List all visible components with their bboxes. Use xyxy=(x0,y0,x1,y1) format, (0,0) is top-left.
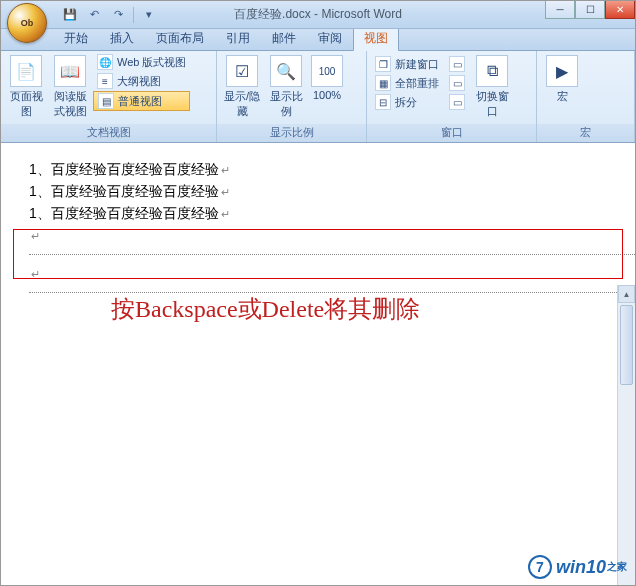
showhide-label: 显示/隐藏 xyxy=(223,89,261,119)
outline-icon: ≡ xyxy=(97,73,113,89)
switch-window-button[interactable]: ⧉ 切换窗口 xyxy=(471,53,513,121)
undo-icon[interactable]: ↶ xyxy=(85,6,103,24)
opt2-button[interactable]: ▭ xyxy=(445,74,469,92)
watermark: 7 win10 之家 xyxy=(528,555,627,579)
opt1-icon: ▭ xyxy=(449,56,465,72)
qat-more-icon[interactable]: ▾ xyxy=(140,6,158,24)
document-area[interactable]: 1、百度经验百度经验百度经验 1、百度经验百度经验百度经验 1、百度经验百度经验… xyxy=(1,143,635,585)
tab-references[interactable]: 引用 xyxy=(215,26,261,50)
window-title: 百度经验.docx - Microsoft Word xyxy=(234,6,402,23)
split-icon: ⊟ xyxy=(375,94,391,110)
tab-layout[interactable]: 页面布局 xyxy=(145,26,215,50)
opt2-icon: ▭ xyxy=(449,75,465,91)
text-line-2: 1、百度经验百度经验百度经验 xyxy=(29,181,635,202)
new-window-button[interactable]: ❐新建窗口 xyxy=(371,55,443,73)
group-zoom: ☑ 显示/隐藏 🔍 显示比例 100 100% 显示比例 xyxy=(217,51,367,142)
macros-button[interactable]: ▶ 宏 xyxy=(541,53,583,106)
title-bar: Ob 💾 ↶ ↷ ▾ 百度经验.docx - Microsoft Word ─ … xyxy=(1,1,635,29)
watermark-sub: 之家 xyxy=(607,560,627,574)
group-label-window: 窗口 xyxy=(367,124,536,142)
tab-view[interactable]: 视图 xyxy=(353,26,399,51)
reading-layout-label: 阅读版式视图 xyxy=(51,89,89,119)
opt3-icon: ▭ xyxy=(449,94,465,110)
group-label-zoom: 显示比例 xyxy=(217,124,366,142)
office-button[interactable]: Ob xyxy=(7,3,47,43)
tab-mailings[interactable]: 邮件 xyxy=(261,26,307,50)
tab-home[interactable]: 开始 xyxy=(53,26,99,50)
close-button[interactable]: ✕ xyxy=(605,1,635,19)
outline-label: 大纲视图 xyxy=(117,74,161,89)
zoom-button[interactable]: 🔍 显示比例 xyxy=(265,53,307,121)
opt1-button[interactable]: ▭ xyxy=(445,55,469,73)
tab-review[interactable]: 审阅 xyxy=(307,26,353,50)
minimize-button[interactable]: ─ xyxy=(545,1,575,19)
switch-label: 切换窗口 xyxy=(473,89,511,119)
scroll-thumb[interactable] xyxy=(620,305,633,385)
ribbon: 📄 页面视图 📖 阅读版式视图 🌐Web 版式视图 ≡大纲视图 ▤普通视图 文档… xyxy=(1,51,635,143)
print-layout-icon: 📄 xyxy=(10,55,42,87)
outline-button[interactable]: ≡大纲视图 xyxy=(93,72,190,90)
text-line-1: 1、百度经验百度经验百度经验 xyxy=(29,159,635,180)
watermark-main: win10 xyxy=(556,557,606,578)
normal-label: 普通视图 xyxy=(118,94,162,109)
watermark-icon: 7 xyxy=(528,555,552,579)
tab-insert[interactable]: 插入 xyxy=(99,26,145,50)
reading-layout-icon: 📖 xyxy=(54,55,86,87)
zoom-icon: 🔍 xyxy=(270,55,302,87)
group-window: ❐新建窗口 ▦全部重排 ⊟拆分 ▭ ▭ ▭ ⧉ 切换窗口 窗口 xyxy=(367,51,537,142)
web-layout-button[interactable]: 🌐Web 版式视图 xyxy=(93,53,190,71)
web-icon: 🌐 xyxy=(97,54,113,70)
window-controls: ─ ☐ ✕ xyxy=(545,1,635,19)
macros-label: 宏 xyxy=(557,89,568,104)
switch-icon: ⧉ xyxy=(476,55,508,87)
reading-layout-button[interactable]: 📖 阅读版式视图 xyxy=(49,53,91,121)
vertical-scrollbar[interactable]: ▲ xyxy=(617,285,635,585)
redo-icon[interactable]: ↷ xyxy=(109,6,127,24)
print-layout-button[interactable]: 📄 页面视图 xyxy=(5,53,47,121)
split-label: 拆分 xyxy=(395,95,417,110)
showhide-button[interactable]: ☑ 显示/隐藏 xyxy=(221,53,263,121)
maximize-button[interactable]: ☐ xyxy=(575,1,605,19)
normal-icon: ▤ xyxy=(98,93,114,109)
qat-separator xyxy=(133,7,134,23)
newwin-icon: ❐ xyxy=(375,56,391,72)
ribbon-tabs: 开始 插入 页面布局 引用 邮件 审阅 视图 xyxy=(1,29,635,51)
arrange-icon: ▦ xyxy=(375,75,391,91)
instruction-text: 按Backspace或Delete将其删除 xyxy=(111,293,420,325)
arrange-all-button[interactable]: ▦全部重排 xyxy=(371,74,443,92)
group-label-views: 文档视图 xyxy=(1,124,216,142)
hundred-icon: 100 xyxy=(311,55,343,87)
text-line-3: 1、百度经验百度经验百度经验 xyxy=(29,203,635,224)
group-label-macros: 宏 xyxy=(537,124,634,142)
showhide-icon: ☑ xyxy=(226,55,258,87)
red-highlight-box xyxy=(13,229,623,279)
opt3-button[interactable]: ▭ xyxy=(445,93,469,111)
hundred-button[interactable]: 100 100% xyxy=(309,53,345,103)
macros-icon: ▶ xyxy=(546,55,578,87)
group-macros: ▶ 宏 宏 xyxy=(537,51,635,142)
split-button[interactable]: ⊟拆分 xyxy=(371,93,443,111)
web-layout-label: Web 版式视图 xyxy=(117,55,186,70)
quick-access-toolbar: 💾 ↶ ↷ ▾ xyxy=(61,6,158,24)
hundred-label: 100% xyxy=(313,89,341,101)
save-icon[interactable]: 💾 xyxy=(61,6,79,24)
newwin-label: 新建窗口 xyxy=(395,57,439,72)
normal-view-button[interactable]: ▤普通视图 xyxy=(93,91,190,111)
zoom-label: 显示比例 xyxy=(267,89,305,119)
print-layout-label: 页面视图 xyxy=(7,89,45,119)
group-document-views: 📄 页面视图 📖 阅读版式视图 🌐Web 版式视图 ≡大纲视图 ▤普通视图 文档… xyxy=(1,51,217,142)
arrange-label: 全部重排 xyxy=(395,76,439,91)
scroll-up-icon[interactable]: ▲ xyxy=(618,285,635,303)
